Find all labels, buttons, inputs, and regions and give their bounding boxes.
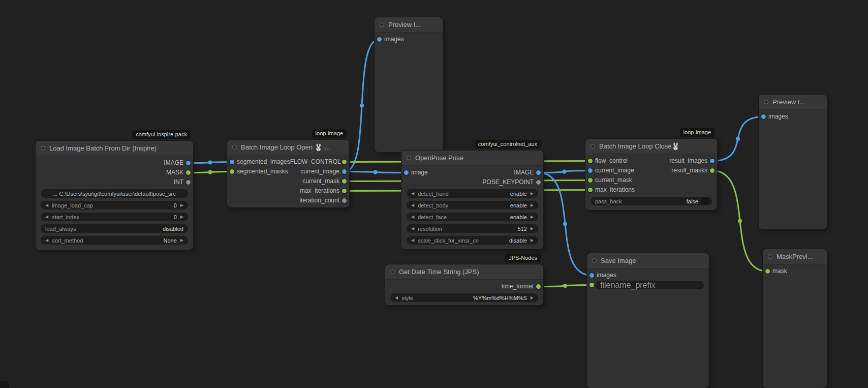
node-header[interactable]: Get Date Time String (JPS) [385,264,543,280]
combo-left-arrow-icon[interactable]: ◀ [45,236,48,245]
collapse-icon[interactable] [390,270,395,274]
input-port-mask[interactable] [765,269,770,274]
slot-row: iteration_count [227,196,349,205]
combo-right-arrow-icon[interactable]: ▶ [180,201,183,210]
input-port-image[interactable] [404,170,409,175]
widget-detect_face[interactable]: ◀detect_faceenable▶ [407,213,538,221]
input-port-max_iterations[interactable] [588,188,593,192]
slot-row: time_format [385,282,543,291]
widget-value: disabled [163,226,183,232]
input-label: image [411,168,428,177]
output-port-time_format[interactable] [536,284,541,289]
input-port-images[interactable] [761,114,766,119]
widget-value: enable [510,191,527,197]
output-port-POSE_KEYPOINT[interactable] [536,180,541,185]
combo-right-arrow-icon[interactable]: ▶ [531,224,534,233]
combo-left-arrow-icon[interactable]: ◀ [411,236,414,245]
graph-canvas[interactable]: comfyui-inspire-packLoad Image Batch Fro… [0,0,868,388]
output-port-result_images[interactable] [710,159,715,163]
input-port-current_image[interactable] [588,168,593,173]
output-port-MASK[interactable] [186,170,191,175]
node-header[interactable]: MaskPrevi... [763,249,827,264]
collapse-icon[interactable] [380,22,384,27]
collapse-icon[interactable] [591,144,595,148]
node-header[interactable]: Save Image [587,253,709,268]
widget-area: ◀detect_handenable▶◀detect_bodyenable▶◀d… [401,189,543,245]
widget-load_always[interactable]: load_alwaysdisabled [41,224,188,233]
input-port-images[interactable] [590,273,594,278]
output-port-current_image[interactable] [342,169,347,174]
widget-resolution[interactable]: ◀resolution512▶ [407,224,538,233]
mask-preview-node[interactable]: MaskPrevi...mask [763,249,827,388]
input-port-filename_prefix[interactable] [590,283,594,287]
widget-style[interactable]: ◀style%Y%m%d%H%M%S▶ [390,293,538,302]
combo-right-arrow-icon[interactable]: ▶ [180,236,183,245]
output-port-iteration_count[interactable] [342,198,347,203]
widget-image_load_cap[interactable]: ◀image_load_cap0▶ [41,201,188,210]
input-label: images [597,271,616,280]
widget-scale_stick_for_xinsr_cn[interactable]: ◀scale_stick_for_xinsr_cndisable▶ [407,236,538,245]
node-header[interactable]: Batch Image Loop Close🐰 [585,139,717,154]
output-port-IMAGE[interactable] [536,170,541,175]
combo-right-arrow-icon[interactable]: ▶ [531,293,534,302]
node-header[interactable]: Load Image Batch From Dir (Inspire) [36,141,193,156]
collapse-icon[interactable] [768,254,772,259]
combo-left-arrow-icon[interactable]: ◀ [411,213,414,221]
toggle-knob-icon[interactable] [702,198,707,204]
node-source-badge: loop-image [312,129,347,138]
widget-filename_prefix[interactable]: filename_prefix [595,281,704,289]
input-port-flow_control[interactable] [588,159,593,163]
widget-path-text[interactable]: ... C:\Users\syui\git\comfyui\user\defau… [41,189,188,198]
output-port-IMAGE[interactable] [186,161,191,165]
batch-image-loop-open-node[interactable]: loop-imageBatch Image Loop Open 🐰 ...seg… [227,140,349,207]
output-port-max_iterations[interactable] [342,189,347,193]
combo-right-arrow-icon[interactable]: ▶ [180,213,183,221]
collapse-icon[interactable] [592,258,597,263]
widget-label: start_index [52,214,79,220]
combo-left-arrow-icon[interactable]: ◀ [395,293,398,302]
slot-area: time_format [385,282,543,291]
node-header[interactable]: OpenPose Pose [401,151,543,166]
combo-right-arrow-icon[interactable]: ▶ [531,213,534,221]
output-port-FLOW_CONTROL[interactable] [342,160,347,164]
node-header[interactable]: Batch Image Loop Open 🐰 ... [227,140,349,155]
combo-left-arrow-icon[interactable]: ◀ [411,201,414,210]
output-label: time_format [502,282,534,291]
load-image-batch-from-dir-node[interactable]: comfyui-inspire-packLoad Image Batch Fro… [36,141,193,250]
output-port-result_masks[interactable] [710,168,715,173]
node-header[interactable]: Preview I... [375,17,443,33]
collapse-icon[interactable] [232,145,237,150]
node-header[interactable]: Preview I... [759,95,827,110]
openpose-pose-node[interactable]: comfyui_controlnet_auxOpenPose Poseimage… [401,151,543,249]
widget-detect_hand[interactable]: ◀detect_handenable▶ [407,189,538,198]
combo-left-arrow-icon[interactable]: ◀ [45,213,48,221]
combo-right-arrow-icon[interactable]: ▶ [531,236,534,245]
input-port-current_mask[interactable] [588,178,593,183]
widget-sort_method[interactable]: ◀sort_methodNone▶ [41,236,188,245]
preview-image-right-node[interactable]: Preview I...images [759,95,827,229]
widget-pass_back[interactable]: pass_backfalse [591,197,712,205]
combo-right-arrow-icon[interactable]: ▶ [531,201,534,210]
output-port-INT[interactable] [186,180,191,185]
widget-value: enable [510,214,527,220]
widget-start_index[interactable]: ◀start_index0▶ [41,213,188,221]
output-port-current_mask[interactable] [342,179,347,184]
combo-left-arrow-icon[interactable]: ◀ [411,224,414,233]
collapse-icon[interactable] [764,100,768,104]
combo-left-arrow-icon[interactable]: ◀ [411,189,414,198]
preview-image-top-node[interactable]: Preview I...images [375,17,443,152]
combo-right-arrow-icon[interactable]: ▶ [531,189,534,198]
input-port-segmented_images[interactable] [230,160,234,164]
combo-left-arrow-icon[interactable]: ◀ [45,201,48,210]
input-port-segmented_masks[interactable] [230,169,234,174]
batch-image-loop-close-node[interactable]: loop-imageBatch Image Loop Close🐰flow_co… [585,139,717,210]
save-image-node[interactable]: Save Imageimagesfilename_prefix [587,253,709,388]
widget-detect_body[interactable]: ◀detect_bodyenable▶ [407,201,538,210]
get-date-time-string-node[interactable]: JPS-NodesGet Date Time String (JPS)time_… [385,264,543,305]
widget-value: 0 [174,214,177,220]
output-label: max_iterations [300,186,339,196]
collapse-icon[interactable] [407,156,411,160]
input-port-images[interactable] [377,37,382,42]
slot-row: current_imageresult_masks [585,166,717,175]
collapse-icon[interactable] [41,146,45,151]
